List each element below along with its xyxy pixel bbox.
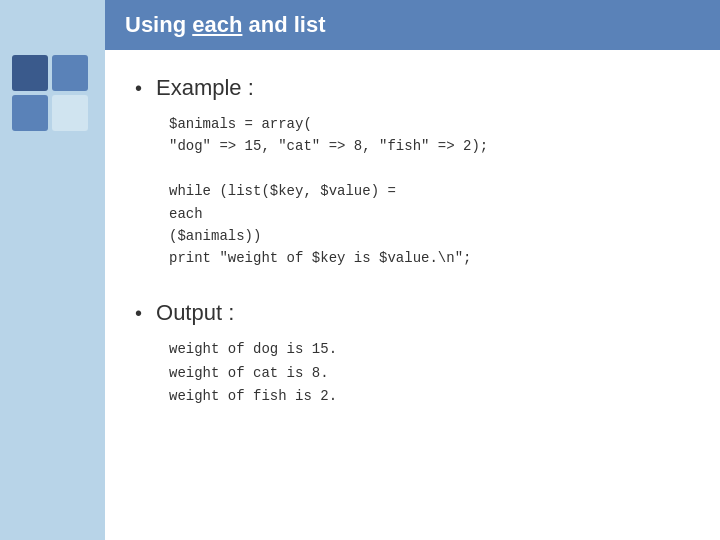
code-line-4: while (list($key, $value) = xyxy=(169,180,690,202)
code-line-5: each xyxy=(169,203,690,225)
example-bullet-row: • Example : xyxy=(135,75,690,101)
main-content: Using each and list • Example : $animals… xyxy=(105,0,720,540)
code-line-2: "dog" => 15, "cat" => 8, "fish" => 2); xyxy=(169,135,690,157)
content-body: • Example : $animals = array( "dog" => 1… xyxy=(105,50,720,540)
code-line-1: $animals = array( xyxy=(169,113,690,135)
example-bullet: • xyxy=(135,77,142,100)
output-title: Output : xyxy=(156,300,234,326)
code-line-3 xyxy=(169,158,690,180)
title-each: each xyxy=(192,12,242,37)
example-code-block: $animals = array( "dog" => 15, "cat" => … xyxy=(169,113,690,270)
sidebar xyxy=(0,0,105,540)
title-bar: Using each and list xyxy=(105,0,720,50)
sidebar-block-1 xyxy=(12,55,48,91)
code-line-7: print "weight of $key is $value.\n"; xyxy=(169,247,690,269)
code-line-6: ($animals)) xyxy=(169,225,690,247)
output-bullet-row: • Output : xyxy=(135,300,690,326)
title-and-list: and list xyxy=(249,12,326,37)
output-line-2: weight of cat is 8. xyxy=(169,362,690,386)
output-bullet: • xyxy=(135,302,142,325)
output-section: • Output : weight of dog is 15. weight o… xyxy=(135,300,690,409)
output-line-3: weight of fish is 2. xyxy=(169,385,690,409)
output-code-block: weight of dog is 15. weight of cat is 8.… xyxy=(169,338,690,409)
example-section: • Example : $animals = array( "dog" => 1… xyxy=(135,75,690,270)
example-title: Example : xyxy=(156,75,254,101)
sidebar-block-4 xyxy=(52,95,88,131)
slide-title: Using each and list xyxy=(125,12,326,38)
sidebar-block-2 xyxy=(52,55,88,91)
title-using: Using xyxy=(125,12,186,37)
sidebar-block-3 xyxy=(12,95,48,131)
output-line-1: weight of dog is 15. xyxy=(169,338,690,362)
sidebar-decoration xyxy=(12,55,88,131)
